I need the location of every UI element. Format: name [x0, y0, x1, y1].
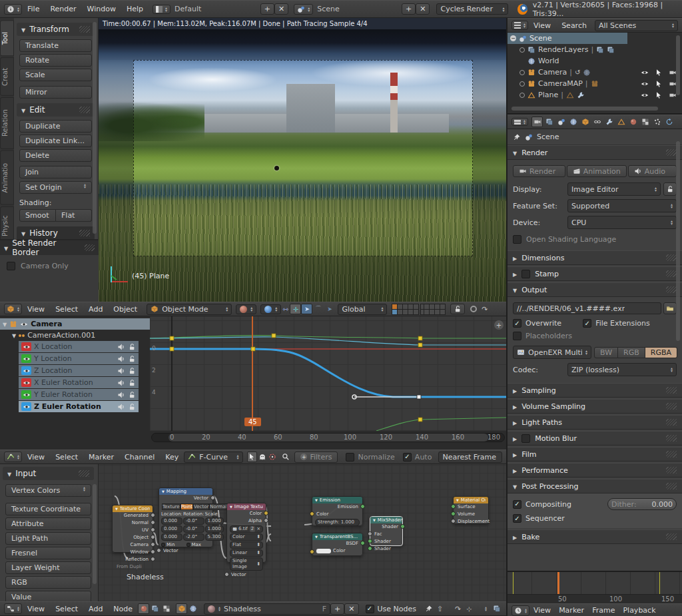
- shelf-tab-tools[interactable]: Tool: [0, 20, 14, 56]
- feature-set-selector[interactable]: Supported▴▾: [567, 199, 677, 212]
- add-overlay-icon[interactable]: +: [494, 320, 504, 330]
- proportional-edit-button[interactable]: [468, 304, 479, 314]
- motion-blur-checkbox[interactable]: [521, 434, 530, 443]
- add-material-button[interactable]: +: [330, 603, 344, 615]
- set-origin-dropdown[interactable]: Set Origin▴▾: [19, 181, 92, 194]
- translate-button[interactable]: Translate: [19, 39, 92, 52]
- outliner-hscrollbar[interactable]: [512, 107, 658, 111]
- rotate-button[interactable]: Rotate: [19, 54, 92, 67]
- snap-element-icon[interactable]: ⊹: [464, 603, 475, 614]
- delete-button[interactable]: Delete: [19, 149, 92, 162]
- selectability-icon[interactable]: [655, 91, 663, 99]
- zoom-icon[interactable]: [280, 452, 290, 462]
- outliner-row-cameramap[interactable]: CameraMAP |: [508, 78, 682, 89]
- panel-header-input[interactable]: Input: [3, 467, 94, 480]
- scene-icon-button[interactable]: ▴▾: [294, 4, 313, 15]
- shelf-tab-relations[interactable]: Relation: [0, 97, 14, 149]
- expand-icon[interactable]: [3, 320, 7, 328]
- stamp-checkbox[interactable]: [521, 270, 530, 278]
- snap-target-icon[interactable]: [268, 452, 278, 462]
- tool-shelf-scrollbar[interactable]: [93, 22, 97, 234]
- mapping-mode-buttons[interactable]: TexturePointVectorNormal: [162, 503, 210, 510]
- snap-button[interactable]: ↷: [479, 304, 490, 314]
- channel-action-row[interactable]: CameraAction.001: [0, 330, 150, 341]
- lock-icon[interactable]: [128, 367, 136, 375]
- selectability-icon[interactable]: [655, 80, 663, 88]
- view-menu[interactable]: View: [533, 606, 551, 615]
- normalize-checkbox[interactable]: [346, 453, 354, 462]
- compositing-checkbox[interactable]: [513, 500, 521, 509]
- node-menu[interactable]: Node: [113, 605, 133, 613]
- shade-smooth-button[interactable]: Smoot: [19, 209, 56, 222]
- texture-nodes-icon[interactable]: [161, 603, 172, 614]
- outliner-row-renderlayers[interactable]: RenderLayers |: [508, 44, 682, 55]
- pin-icon[interactable]: [423, 603, 434, 614]
- unlink-icon[interactable]: ×: [256, 526, 260, 532]
- view-menu[interactable]: View: [533, 21, 551, 30]
- use-nodes-checkbox[interactable]: [366, 605, 374, 613]
- outliner-row-world[interactable]: World: [508, 55, 682, 67]
- min-checkbox[interactable]: [161, 543, 165, 547]
- fcurve-row[interactable]: X Location: [19, 341, 139, 352]
- render-still-button[interactable]: Render: [513, 165, 565, 177]
- cursor-select-icon[interactable]: [247, 452, 258, 462]
- fake-user-button[interactable]: F: [322, 605, 326, 613]
- expand-icon[interactable]: [519, 81, 525, 87]
- layers-widget[interactable]: [392, 304, 445, 314]
- panel-grip[interactable]: [85, 244, 95, 251]
- outliner-row-camera[interactable]: Camera | ↺: [508, 67, 682, 78]
- panel-grip[interactable]: [79, 107, 90, 113]
- mute-speaker-icon[interactable]: [117, 367, 125, 375]
- ghost-curves-icon[interactable]: [257, 452, 267, 462]
- view-menu[interactable]: View: [27, 305, 45, 314]
- graph-hscrollbar[interactable]: 0 20 40 60 80 100 120 140 160 180: [150, 431, 506, 444]
- tab-texture[interactable]: [639, 117, 651, 127]
- osl-checkbox[interactable]: [513, 235, 521, 244]
- image-datablock-field[interactable]: 6.tif2×: [230, 525, 263, 533]
- menu-help[interactable]: Help: [127, 5, 143, 13]
- expand-icon[interactable]: [519, 93, 525, 98]
- mute-speaker-icon[interactable]: [117, 403, 125, 411]
- manipulator-translate[interactable]: ✛: [290, 304, 301, 314]
- lock-icon[interactable]: [128, 379, 136, 387]
- 3d-cursor[interactable]: [274, 166, 279, 170]
- filters-button[interactable]: +Filters: [294, 452, 338, 463]
- display-selector[interactable]: Image Editor▴▾: [567, 182, 661, 196]
- shader-nodes-icon[interactable]: [138, 603, 149, 614]
- render-animation-button[interactable]: Animation: [567, 165, 627, 177]
- mute-speaker-icon[interactable]: [117, 355, 125, 363]
- add-value-button[interactable]: Value: [5, 591, 91, 601]
- file-browse-button[interactable]: [663, 302, 677, 314]
- tab-constraints[interactable]: [591, 117, 603, 127]
- world-shader-icon[interactable]: [187, 603, 198, 614]
- eye-icon[interactable]: [23, 379, 31, 387]
- visibility-eye-icon[interactable]: [641, 91, 649, 99]
- visibility-eye-icon[interactable]: [641, 80, 649, 88]
- node-emission[interactable]: Emission Emission Color Strength: 1.000: [312, 496, 363, 526]
- editor-type-timeline[interactable]: ▴▾: [512, 605, 529, 616]
- display-lock-button[interactable]: [663, 182, 677, 196]
- add-fresnel-button[interactable]: Fresnel: [5, 547, 91, 559]
- render-engine-selector[interactable]: Cycles Render▴▾: [436, 3, 508, 15]
- editor-type-node[interactable]: ▴▾: [4, 603, 22, 614]
- color-swatch[interactable]: [316, 549, 331, 553]
- properties-vscrollbar[interactable]: [676, 141, 680, 341]
- search-menu[interactable]: Search: [561, 21, 587, 30]
- pivot-align-icon[interactable]: ⇿: [282, 305, 288, 314]
- eye-icon[interactable]: [23, 343, 31, 351]
- tab-render-layers[interactable]: [543, 117, 555, 127]
- sequencer-checkbox[interactable]: [513, 514, 521, 523]
- add-layer-weight-button[interactable]: Layer Weight: [5, 561, 91, 574]
- tab-material[interactable]: [627, 117, 639, 127]
- select-menu[interactable]: Select: [55, 605, 78, 613]
- fcurve-row-selected[interactable]: Z Euler Rotation: [19, 401, 139, 412]
- tab-physics[interactable]: [663, 117, 675, 127]
- manipulator-scale[interactable]: ➤: [324, 304, 335, 314]
- outliner-vscrollbar[interactable]: [676, 35, 680, 95]
- material-selector[interactable]: ▴▾ShadelessF: [204, 603, 330, 615]
- file-format-selector[interactable]: OpenEXR Multi...▴▾: [513, 346, 591, 359]
- camera-only-checkbox[interactable]: [7, 262, 15, 270]
- rgb-button[interactable]: RGB: [618, 347, 645, 358]
- section-dimensions[interactable]: Dimensions: [508, 250, 682, 265]
- panel-grip[interactable]: [79, 470, 89, 477]
